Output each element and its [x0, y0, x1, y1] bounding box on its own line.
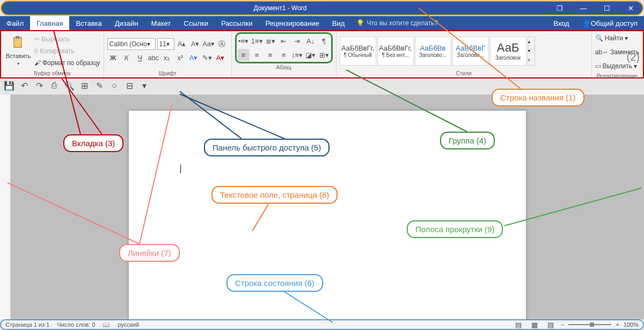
paste-icon [11, 35, 26, 51]
callout-group: Группа (4) [440, 132, 495, 149]
group-label-editing: Редактирование [595, 72, 639, 80]
save-icon[interactable]: 💾 [3, 80, 15, 91]
dec-indent-icon[interactable]: ⇤ [278, 35, 290, 47]
copy-button[interactable]: ⎘ Копировать [34, 45, 100, 57]
numbering-icon[interactable]: 1≡▾ [251, 35, 263, 47]
callout-status: Строка состояния (6) [226, 274, 323, 292]
zoom-in-icon[interactable]: + [616, 321, 619, 328]
bullets-icon[interactable]: •≡▾ [238, 35, 250, 47]
grow-font-icon[interactable]: A▴ [176, 38, 188, 50]
group-label-clipboard: Буфер обмена [4, 69, 100, 77]
align-right-icon[interactable]: ≡ [265, 49, 276, 61]
change-case-icon[interactable]: Aa▾ [203, 38, 215, 50]
inc-indent-icon[interactable]: ⇥ [291, 35, 303, 47]
view-print-icon[interactable]: ▦ [529, 319, 540, 330]
shrink-font-icon[interactable]: A▾ [189, 38, 201, 50]
styles-more-icon[interactable]: ▴▾▿ [528, 37, 535, 66]
svg-rect-0 [14, 38, 21, 48]
maximize-button[interactable]: ☐ [595, 2, 619, 15]
borders-icon[interactable]: ⊞▾ [318, 49, 330, 61]
tell-me[interactable]: 💡 Что вы хотите сделать? [351, 16, 443, 30]
ribbon: Вставить ▾ ✂ Вырезать ⎘ Копировать 🖌 Фор… [0, 30, 644, 78]
tab-mailings[interactable]: Рассылки [215, 16, 259, 30]
ruler-vertical[interactable] [0, 95, 11, 319]
status-language[interactable]: русский [118, 321, 138, 328]
find-label: Найти [605, 34, 623, 42]
group-label-paragraph: Абзац [235, 63, 333, 71]
style-heading1[interactable]: АаБбВвЗаголово... [415, 37, 451, 66]
share-button[interactable]: 👤 Общий доступ [576, 16, 644, 30]
tab-design[interactable]: Дизайн [108, 16, 145, 30]
group-label-font: Шрифт [107, 69, 228, 77]
strike-icon[interactable]: abc [148, 52, 159, 64]
undo-icon[interactable]: ↶ [18, 80, 30, 91]
tab-file[interactable]: Файл [0, 16, 30, 30]
show-marks-icon[interactable]: ¶ [318, 35, 330, 47]
status-words[interactable]: Число слов: 0 [57, 321, 95, 328]
font-size-value: 11 [159, 40, 166, 48]
paste-button[interactable]: Вставить ▾ [4, 32, 32, 69]
qat-icon-2[interactable]: 🔍 [63, 80, 75, 91]
close-button[interactable]: ✕ [619, 2, 642, 15]
align-center-icon[interactable]: ≡ [251, 49, 263, 61]
cut-button[interactable]: ✂ Вырезать [34, 33, 100, 45]
shading-icon[interactable]: ◪▾ [305, 49, 317, 61]
bold-button[interactable]: Ж [107, 52, 119, 64]
multilevel-icon[interactable]: ≣▾ [265, 35, 276, 47]
subscript-icon[interactable]: x₂ [161, 52, 173, 64]
group-label-styles: Стили [340, 69, 588, 77]
font-size-combo[interactable]: 11 ▾ [157, 38, 174, 50]
view-web-icon[interactable]: ▧ [545, 319, 557, 330]
redo-icon[interactable]: ↷ [33, 80, 45, 91]
clear-format-icon[interactable]: Ⓐ [216, 38, 228, 50]
sign-in[interactable]: Вход [547, 16, 575, 30]
callout-page: Текстовое поле, страница (8) [211, 186, 338, 204]
underline-button[interactable]: Ч [134, 52, 146, 64]
qat-icon-6[interactable]: ⊟ [123, 80, 135, 91]
callout-tab: Вкладка (3) [63, 134, 123, 152]
tab-home[interactable]: Главная [30, 16, 69, 30]
qat-icon-1[interactable]: ⎙ [48, 80, 60, 91]
minimize-button[interactable]: — [572, 2, 595, 15]
zoom-slider[interactable] [568, 324, 611, 325]
qat-icon-5[interactable]: ○ [108, 80, 120, 91]
side-label-2: (2) [627, 51, 640, 63]
text-effects-icon[interactable]: A▾ [188, 52, 200, 64]
copy-label: Копировать [40, 47, 75, 55]
share-label: Общий доступ [591, 19, 638, 27]
font-name-combo[interactable]: Calibri (Осно ▾ [107, 38, 156, 50]
italic-button[interactable]: К [121, 52, 133, 64]
tab-layout[interactable]: Макет [144, 16, 177, 30]
superscript-icon[interactable]: x² [174, 52, 186, 64]
style-nospacing[interactable]: АаБбВвГг,¶ Без инт... [377, 37, 414, 66]
line-spacing-icon[interactable]: ↕≡▾ [291, 49, 303, 61]
status-page[interactable]: Страница 1 из 1 [5, 321, 49, 328]
zoom-level[interactable]: 100% [624, 321, 639, 328]
zoom-out-icon[interactable]: − [561, 321, 564, 328]
tab-review[interactable]: Рецензирование [259, 16, 325, 30]
group-styles: АаБбВвГг,¶ Обычный АаБбВвГг,¶ Без инт...… [336, 31, 592, 77]
tab-insert[interactable]: Вставка [69, 16, 108, 30]
qat-icon-4[interactable]: ✎ [93, 80, 105, 91]
tab-references[interactable]: Ссылки [177, 16, 215, 30]
font-name-value: Calibri (Осно [109, 40, 147, 48]
style-title[interactable]: АаБЗаголовок [490, 37, 526, 66]
tab-view[interactable]: Вид [326, 16, 352, 30]
status-proof-icon[interactable]: 📖 [103, 321, 110, 328]
ribbon-tabs: Файл Главная Вставка Дизайн Макет Ссылки… [0, 16, 644, 30]
ribbon-display-icon[interactable]: ❐ [548, 2, 572, 15]
view-read-icon[interactable]: ▤ [513, 319, 524, 330]
style-normal[interactable]: АаБбВвГг,¶ Обычный [340, 37, 376, 66]
qat-icon-3[interactable]: ⊞ [78, 80, 90, 91]
highlight-icon[interactable]: ✎▾ [201, 52, 213, 64]
font-color-icon[interactable]: A▾ [215, 52, 226, 64]
sort-icon[interactable]: A↓ [305, 35, 317, 47]
qat-customize-icon[interactable]: ▾ [138, 80, 150, 91]
align-left-icon[interactable]: ≡ [238, 49, 250, 61]
callout-qat: Панель быстрого доступа (5) [204, 139, 330, 156]
justify-icon[interactable]: ≡ [278, 49, 290, 61]
style-heading2[interactable]: АаБбВвГЗаголово... [452, 37, 489, 66]
format-painter-button[interactable]: 🖌 Формат по образцу [34, 57, 100, 69]
group-clipboard: Вставить ▾ ✂ Вырезать ⎘ Копировать 🖌 Фор… [1, 31, 104, 77]
find-button[interactable]: 🔍 Найти ▾ [595, 32, 639, 44]
